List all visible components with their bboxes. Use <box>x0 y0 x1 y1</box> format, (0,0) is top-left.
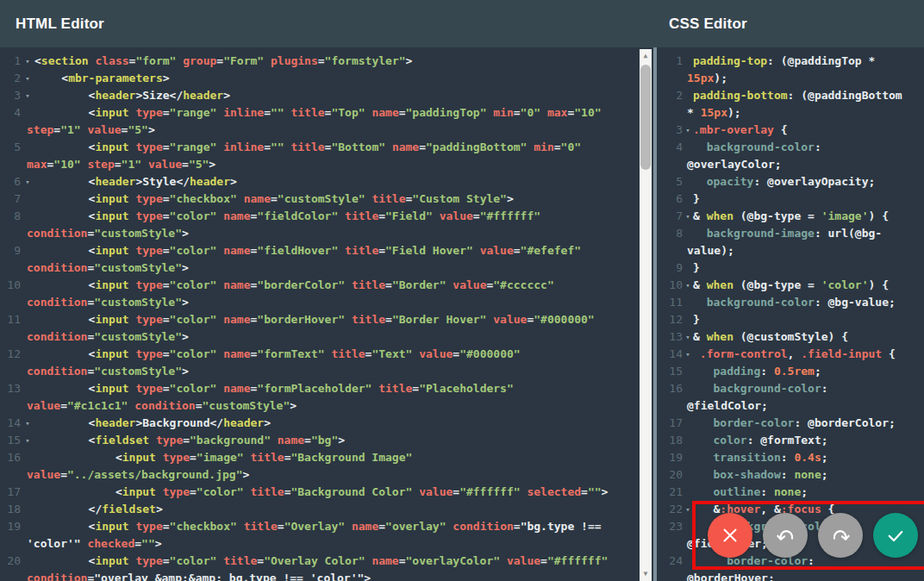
code-row[interactable]: 17 <input type="color" title="Background… <box>0 484 653 501</box>
code-row[interactable]: 11 <input type="color" name="borderHover… <box>0 311 653 328</box>
line-number: 9 <box>0 242 21 259</box>
code-row[interactable]: 5 opacity: @overlayOpacity; <box>657 173 924 191</box>
code-row[interactable]: 15 padding: 0.5rem; <box>657 363 924 380</box>
code-row[interactable]: condition="customStyle"> <box>0 328 653 346</box>
code-row[interactable]: 3▾ <header>Size</header> <box>0 87 653 104</box>
code-row[interactable]: 8 background-image: url(@bg- <box>657 225 924 242</box>
code-row[interactable]: condition="customStyle"> <box>0 294 653 311</box>
code-row[interactable]: * 15px); <box>657 104 924 122</box>
fold-arrow-icon[interactable]: ▾ <box>683 346 693 363</box>
code-row[interactable]: 7▾& when (@bg-type = 'image') { <box>657 208 924 225</box>
code-row[interactable]: 6} <box>657 191 924 208</box>
code-line-text: <input type="color" name="formText" titl… <box>34 346 521 363</box>
code-row[interactable]: 9} <box>657 259 924 277</box>
code-row[interactable]: 19 <input type="checkbox" title="Overlay… <box>0 518 653 535</box>
fold-spacer <box>683 432 693 449</box>
code-row[interactable]: step="1" value="5"> <box>0 122 653 139</box>
code-row[interactable]: 1▾<section class="form" group="Form" plu… <box>0 53 653 70</box>
scroll-down-icon[interactable]: ▼ <box>640 570 652 578</box>
fold-arrow-icon[interactable]: ▾ <box>683 277 693 294</box>
code-line-text: 15px); <box>687 70 727 87</box>
code-row[interactable]: 14▾ .form-control, .field-input { <box>657 346 924 363</box>
code-line-text: background-image: url(@bg- <box>693 225 882 242</box>
code-row[interactable]: 14▾ <header>Background</header> <box>0 415 653 432</box>
code-line-text: background-color: <box>693 139 821 156</box>
line-number: 4 <box>657 139 683 156</box>
code-row[interactable]: condition="customStyle"> <box>0 259 653 277</box>
code-row[interactable]: 10 <input type="color" name="borderColor… <box>0 277 653 294</box>
code-row[interactable]: value); <box>657 242 924 259</box>
fold-arrow-icon[interactable]: ▾ <box>683 122 693 139</box>
code-row[interactable]: 10▾& when (@bg-type = 'color') { <box>657 277 924 294</box>
scrollbar[interactable]: ▲ ▼ <box>640 49 652 581</box>
code-row[interactable]: 6▾ <header>Style</header> <box>0 173 653 191</box>
code-row[interactable]: 11 background-color: @bg-value; <box>657 294 924 311</box>
code-row[interactable]: condition="customStyle"> <box>0 363 653 380</box>
code-row[interactable]: 21 outline: none; <box>657 484 924 501</box>
code-line-text: padding: 0.5rem; <box>693 363 821 380</box>
code-row[interactable]: condition="overlay &amp;&amp; bg.type !=… <box>0 570 653 581</box>
code-row[interactable]: value="../assets/background.jpg"> <box>0 466 653 484</box>
cancel-button[interactable] <box>708 513 752 558</box>
code-row[interactable]: 18 </fieldset> <box>0 501 653 518</box>
line-number: 17 <box>657 415 683 432</box>
fold-arrow-icon[interactable]: ▾ <box>683 328 693 346</box>
fold-arrow-icon[interactable]: ▾ <box>21 53 34 70</box>
line-number: 6 <box>0 173 21 191</box>
code-row[interactable]: 2▾ <mbr-parameters> <box>0 70 653 87</box>
redo-button[interactable] <box>818 513 863 558</box>
code-row[interactable]: 9 <input type="color" name="fieldHover" … <box>0 242 653 259</box>
code-row[interactable]: 1padding-top: (@paddingTop * <box>657 53 924 70</box>
code-row[interactable]: 13▾& when (@customStyle) { <box>657 328 924 346</box>
fold-arrow-icon[interactable]: ▾ <box>21 173 34 191</box>
code-row[interactable]: @fieldColor; <box>657 397 924 415</box>
fold-arrow-icon[interactable]: ▾ <box>21 432 34 449</box>
wrap-indent <box>0 122 27 139</box>
code-row[interactable]: 15px); <box>657 70 924 87</box>
code-line-text: condition="customStyle"> <box>27 259 189 277</box>
scroll-up-icon[interactable]: ▲ <box>640 52 652 60</box>
code-row[interactable]: 15▾ <fieldset type="background" name="bg… <box>0 432 653 449</box>
fold-spacer <box>683 225 693 242</box>
code-row[interactable]: 12 <input type="color" name="formText" t… <box>0 346 653 363</box>
apply-button[interactable] <box>873 513 918 558</box>
code-row[interactable]: 16 background-color: <box>657 380 924 397</box>
code-editor-window: HTML Editor CSS Editor ▲ ▼ 1▾<section cl… <box>0 0 924 581</box>
code-line-text: background-color: <box>693 380 828 397</box>
line-number: 19 <box>657 449 683 466</box>
html-editor[interactable]: ▲ ▼ 1▾<section class="form" group="Form"… <box>0 47 653 581</box>
undo-button[interactable] <box>763 513 808 558</box>
code-row[interactable]: 16 <input type="image" title="Background… <box>0 449 653 466</box>
code-row[interactable]: 18 color: @formText; <box>657 432 924 449</box>
code-row[interactable]: 20 <input type="color" title="Overlay Co… <box>0 553 653 570</box>
code-row[interactable]: 4 <input type="range" inline="" title="T… <box>0 104 653 122</box>
code-row[interactable]: 2padding-bottom: (@paddingBottom <box>657 87 924 104</box>
code-row[interactable]: 13 <input type="color" name="formPlaceho… <box>0 380 653 397</box>
wrap-indent <box>0 397 27 415</box>
code-line-text: <input type="color" title="Background Co… <box>34 484 608 501</box>
code-row[interactable]: 8 <input type="color" name="fieldColor" … <box>0 208 653 225</box>
code-row[interactable]: 5 <input type="range" inline="" title="B… <box>0 139 653 156</box>
code-row[interactable]: 20 box-shadow: none; <box>657 466 924 484</box>
scrollbar-thumb[interactable] <box>640 65 651 170</box>
fold-arrow-icon[interactable]: ▾ <box>21 70 34 87</box>
fold-arrow-icon[interactable]: ▾ <box>683 208 693 225</box>
code-row[interactable]: 17 border-color: @borderColor; <box>657 415 924 432</box>
code-row[interactable]: max="10" step="1" value="5"> <box>0 156 653 173</box>
code-row[interactable]: condition="customStyle"> <box>0 225 653 242</box>
fold-arrow-icon[interactable]: ▾ <box>21 87 34 104</box>
code-row[interactable]: 3▾.mbr-overlay { <box>657 122 924 139</box>
code-row[interactable]: 19 transition: 0.4s; <box>657 449 924 466</box>
code-line-text: <input type="color" name="formPlaceholde… <box>34 380 514 397</box>
code-row[interactable]: 7 <input type="checkbox" name="customSty… <box>0 191 653 208</box>
code-row[interactable]: 4 background-color: <box>657 139 924 156</box>
code-row[interactable]: value="#c1c1c1" condition="customStyle"> <box>0 397 653 415</box>
code-row[interactable]: @overlayColor; <box>657 156 924 173</box>
code-row[interactable]: @borderHover; <box>657 570 924 581</box>
code-row[interactable]: 'color'" checked=""> <box>0 535 653 553</box>
code-row[interactable]: 12} <box>657 311 924 328</box>
line-number: 23 <box>657 518 683 535</box>
code-line-text: @overlayColor; <box>687 156 782 173</box>
code-line-text: max="10" step="1" value="5"> <box>27 156 215 173</box>
fold-arrow-icon[interactable]: ▾ <box>21 415 34 432</box>
